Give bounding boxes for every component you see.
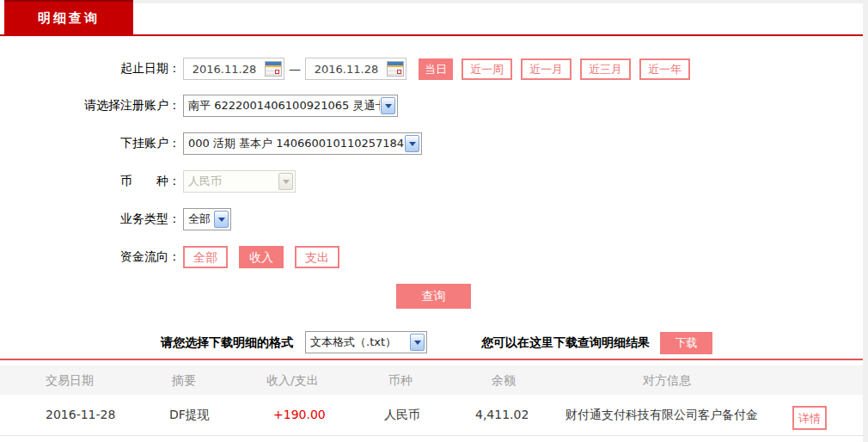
sub-account-value: 000 活期 基本户 1406600101102571848 (184, 136, 404, 151)
header-transaction-date: 交易日期 (46, 365, 94, 395)
cell-counterparty: 财付通支付科技有限公司客户备付金 (565, 395, 758, 435)
download-format-select[interactable]: 文本格式（.txt） (305, 331, 427, 353)
date-range-label: 起止日期： (0, 61, 180, 77)
date-range-row: 起止日期： 2016.11.28 — 2016.11.28 (0, 58, 690, 80)
tab-label: 明细查询 (38, 10, 100, 27)
header-summary: 摘要 (172, 365, 196, 395)
currency-select: 人民币 (183, 170, 296, 193)
table-header: 交易日期 摘要 收入/支出 币种 余额 对方信息 (0, 365, 863, 395)
chevron-down-icon (278, 173, 293, 190)
start-date-input[interactable]: 2016.11.28 (183, 58, 284, 80)
tab-detail-query[interactable]: 明细查询 (4, 0, 133, 34)
chevron-down-icon (381, 97, 395, 114)
cell-summary: DF提现 (169, 395, 210, 435)
header-balance: 余额 (492, 365, 516, 395)
detail-button[interactable]: 详情 (792, 406, 827, 430)
register-account-label: 请选择注册账户： (0, 98, 180, 114)
register-account-row: 请选择注册账户： 南平 6222001406100921065 灵通卡 (0, 95, 398, 117)
calendar-icon-dot (275, 70, 279, 74)
cell-currency: 人民币 (384, 395, 420, 435)
business-type-value: 全部 (184, 212, 213, 227)
register-account-value: 南平 6222001406100921065 灵通卡 (184, 98, 380, 114)
download-format-label: 请您选择下载明细的格式 (161, 331, 293, 353)
business-type-select[interactable]: 全部 (183, 208, 231, 230)
chevron-down-icon (410, 334, 425, 351)
business-type-row: 业务类型： 全部 (0, 208, 231, 230)
fund-flow-label: 资金流向： (0, 249, 180, 265)
fund-flow-expense-button[interactable]: 支出 (295, 246, 339, 268)
quick-range-year-button[interactable]: 近一年 (639, 58, 690, 80)
table-divider (0, 359, 863, 360)
calendar-icon[interactable] (265, 61, 282, 77)
calendar-icon-dot (397, 70, 401, 74)
fund-flow-income-button[interactable]: 收入 (239, 246, 284, 268)
tab-underline (0, 34, 863, 36)
page-right-edge (863, 0, 868, 442)
currency-label: 币 种： (0, 174, 180, 189)
header-currency: 币种 (388, 365, 413, 395)
table-row: 2016-11-28 DF提现 +190.00 人民币 4,411.02 财付通… (0, 395, 863, 436)
detail-query-page: 明细查询 起止日期： 2016.11.28 — 2016.11.28 (0, 0, 868, 442)
sub-account-label: 下挂账户： (0, 136, 180, 151)
cell-transaction-date: 2016-11-28 (46, 395, 115, 435)
cell-amount: +190.00 (273, 395, 326, 435)
end-date-input[interactable]: 2016.11.28 (305, 58, 406, 80)
quick-range-month-button[interactable]: 近一月 (521, 58, 572, 80)
end-date-value: 2016.11.28 (306, 63, 387, 76)
header-income-expense: 收入/支出 (266, 365, 319, 395)
cell-balance: 4,411.02 (475, 395, 529, 435)
header-counterparty: 对方信息 (643, 365, 691, 395)
sub-account-select[interactable]: 000 活期 基本户 1406600101102571848 (183, 132, 422, 155)
currency-value: 人民币 (184, 174, 278, 189)
download-format-value: 文本格式（.txt） (306, 335, 409, 350)
quick-range-week-button[interactable]: 近一周 (462, 58, 512, 80)
calendar-icon-stripe (266, 65, 281, 67)
page-top-edge (133, 0, 868, 3)
download-hint: 您可以在这里下载查询明细结果 (481, 331, 650, 353)
download-button[interactable]: 下载 (660, 332, 712, 354)
chevron-down-icon (214, 211, 229, 228)
fund-flow-row: 资金流向： 全部 收入 支出 (0, 246, 351, 268)
quick-range-quarter-button[interactable]: 近三月 (580, 58, 631, 80)
quick-range-today-button[interactable]: 当日 (419, 58, 453, 80)
start-date-value: 2016.11.28 (184, 63, 265, 76)
sub-account-row: 下挂账户： 000 活期 基本户 1406600101102571848 (0, 132, 422, 155)
query-button[interactable]: 查询 (396, 284, 471, 309)
business-type-label: 业务类型： (0, 212, 180, 227)
fund-flow-all-button[interactable]: 全部 (183, 246, 228, 268)
chevron-down-icon (405, 135, 419, 152)
calendar-icon[interactable] (387, 61, 404, 77)
date-range-separator: — (289, 62, 301, 76)
register-account-select[interactable]: 南平 6222001406100921065 灵通卡 (183, 95, 398, 117)
calendar-icon-stripe (388, 65, 403, 67)
currency-row: 币 种： 人民币 (0, 170, 296, 193)
